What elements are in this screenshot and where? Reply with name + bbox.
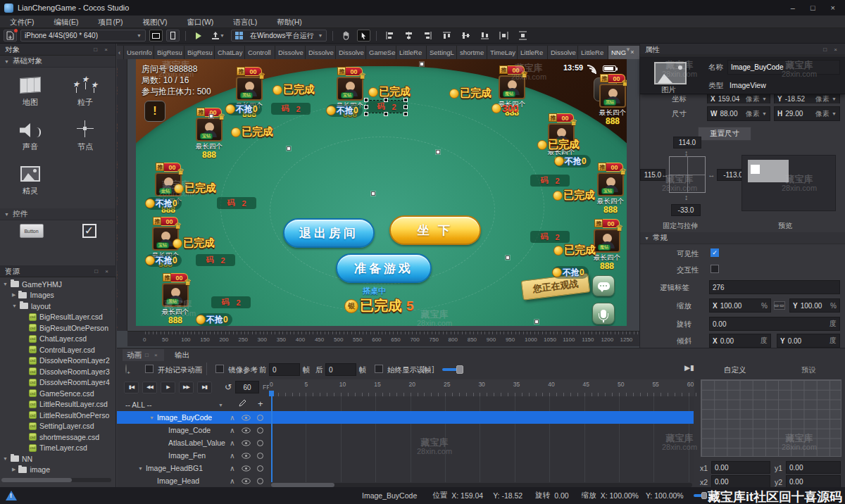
eye-icon[interactable] (242, 453, 251, 459)
tree-item[interactable]: csdGameSence.csd (0, 388, 113, 399)
collapse-icon[interactable]: ∧ (230, 413, 235, 422)
tree-item[interactable]: csdSettingLayer.csd (0, 421, 113, 432)
player-avatar[interactable]: ♛宝钻 (196, 118, 223, 141)
ready-game-button[interactable]: 准备游戏 (336, 253, 432, 283)
doc-tab[interactable]: shortme (457, 46, 487, 59)
track-filter-value[interactable]: -- ALL -- (125, 401, 152, 409)
anchor-bottom-input[interactable]: -33.0 (671, 204, 701, 216)
player-seat[interactable]: 推00♛魔钻最长四个888 (588, 215, 626, 270)
y2-input[interactable]: 0.00 (786, 475, 841, 488)
selection-handle[interactable] (403, 98, 408, 102)
minimize-button[interactable]: – (791, 4, 795, 12)
big-done-banner[interactable]: 银 已完成 5 (344, 296, 414, 315)
menu-item[interactable]: 视图(V) (132, 15, 177, 28)
interactive-checkbox[interactable] (711, 265, 719, 273)
publish-button[interactable]: ▼ (208, 30, 227, 42)
collapse-icon[interactable]: ∧ (230, 464, 235, 472)
loop-button[interactable]: ↺ (225, 382, 232, 392)
tree-item[interactable]: csdChatLayer.csd (0, 334, 113, 345)
skip-end-button[interactable]: ▶▮ (197, 382, 212, 393)
warning-button[interactable]: ! (144, 101, 165, 122)
player-seat[interactable]: 推00♛黑钻最长四个888 (156, 270, 194, 325)
anchor-box[interactable] (669, 156, 706, 193)
align-center-h-icon[interactable] (401, 30, 416, 42)
eye-icon[interactable] (242, 465, 251, 472)
collapse-icon[interactable]: ∧ (230, 451, 235, 460)
checkbox-control-icon[interactable]: ✓ (82, 224, 96, 238)
selection-handle[interactable] (403, 105, 408, 109)
chat-button[interactable] (592, 275, 615, 296)
keyframe-circle-icon[interactable] (257, 440, 263, 446)
no-grab-badge[interactable]: 不抢0 (196, 313, 232, 326)
mirror-checkbox[interactable] (215, 365, 224, 373)
skip-start-button[interactable]: ▮◀ (124, 382, 139, 393)
player-seat[interactable]: 推00♛宝钻最长四个888 (592, 159, 627, 214)
doc-tab[interactable]: BigResu (184, 46, 215, 59)
done-banner[interactable]: 已完成 (537, 138, 580, 151)
tab-output[interactable]: 输出 (170, 349, 194, 361)
base-objects-section[interactable]: ▼ 基础对象 (0, 56, 115, 68)
player-avatar[interactable]: ♛黑钻 (599, 84, 626, 108)
player-avatar[interactable]: ♛魔钻 (499, 75, 525, 99)
eye-icon[interactable] (242, 415, 251, 421)
add-track-button[interactable]: + (258, 398, 263, 409)
done-banner[interactable]: 已完成 (449, 87, 492, 100)
playhead-marker[interactable] (269, 391, 274, 396)
distribute-h-icon[interactable] (496, 30, 511, 42)
align-right-icon[interactable] (420, 30, 435, 42)
no-grab-badge[interactable]: 不抢0 (326, 104, 363, 117)
align-top-icon[interactable] (439, 30, 454, 42)
distribute-v-icon[interactable] (515, 30, 530, 42)
skew-y-input[interactable]: Y0.00度 (777, 334, 840, 348)
eye-icon[interactable] (242, 440, 251, 446)
always-show-checkbox[interactable] (375, 365, 383, 373)
fps-input[interactable]: 60 (235, 381, 259, 393)
object-item-audio[interactable]: 声音 (3, 116, 58, 155)
doc-tab[interactable]: SettingL (427, 46, 457, 59)
done-banner[interactable]: 已完成 (553, 189, 595, 202)
anchor-marker[interactable] (209, 114, 213, 118)
tree-item[interactable]: csdshortmessage.csd (0, 431, 113, 443)
player-seat[interactable]: 推00♛宝钻最长四个888 (190, 104, 228, 159)
eye-icon[interactable] (242, 478, 251, 484)
player-avatar[interactable]: ♛黑钻 (236, 77, 263, 101)
tree-item[interactable]: csdDissolveRoomLayer2 (0, 355, 113, 367)
timeline-ruler[interactable]: 051015202530354045505560 (269, 379, 694, 396)
anchor-top-input[interactable]: 114.0 (673, 137, 701, 149)
selection-handle[interactable] (384, 98, 388, 102)
tab-curve-preset[interactable]: 预设 (801, 365, 816, 375)
x2-input[interactable]: 0.00 (711, 475, 770, 488)
menu-item[interactable]: 窗口(W) (177, 15, 223, 28)
maximize-button[interactable]: □ (810, 4, 815, 12)
tree-item[interactable]: ▼NN (0, 453, 113, 465)
landscape-button[interactable] (149, 30, 163, 42)
scale-y-input[interactable]: Y100.00% (789, 298, 840, 313)
position-x-input[interactable]: X159.04像素▼ (707, 94, 770, 103)
done-banner[interactable]: 已完成 (173, 237, 215, 250)
tree-item[interactable]: csdControlLayer.csd (0, 344, 113, 355)
collapse-icon[interactable]: ∧ (230, 477, 235, 485)
doc-tab[interactable]: BigResu (154, 46, 184, 59)
align-left-icon[interactable] (382, 30, 397, 42)
anchor-marker[interactable] (534, 320, 539, 324)
anchor-marker[interactable] (436, 150, 440, 154)
record-icon[interactable] (125, 364, 127, 374)
player-avatar[interactable]: ♛魔钻 (594, 229, 620, 253)
panel-window-icons[interactable]: □ × (94, 265, 111, 277)
doc-tab[interactable]: ChatLay (215, 46, 245, 59)
tree-item[interactable]: ▶image (0, 465, 113, 475)
keyframe-circle-icon[interactable] (257, 415, 263, 421)
tree-item[interactable]: ▼layout (0, 301, 113, 312)
status-warning-icon[interactable] (6, 491, 17, 500)
new-project-button[interactable] (4, 30, 17, 42)
panel-window-icons[interactable]: □ × (823, 44, 840, 56)
menu-item[interactable]: 编辑(E) (44, 15, 88, 28)
hand-tool-button[interactable] (339, 30, 353, 42)
no-grab-badge[interactable]: 不抢0 (552, 266, 589, 279)
tree-item[interactable]: csdDissolveRoomLayer4 (0, 377, 113, 389)
scale-x-input[interactable]: X100.00% (709, 298, 771, 313)
close-button[interactable]: × (831, 4, 835, 12)
voice-button[interactable] (592, 303, 615, 325)
scale-link-icon[interactable]: ▭▭ (774, 301, 785, 310)
selection-handle[interactable] (364, 98, 368, 102)
